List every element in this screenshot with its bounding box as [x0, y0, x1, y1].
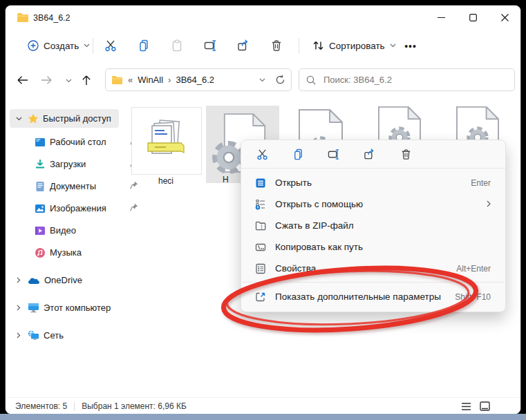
sidebar-item-desktop[interactable]: Рабочий стол [10, 133, 144, 151]
sidebar-item-network[interactable]: Сеть [10, 326, 119, 345]
menu-item-copy-as-path[interactable]: Копировать как путь [245, 236, 502, 258]
copy-icon [292, 149, 304, 160]
toolbar-divider [299, 38, 299, 54]
minimize-button[interactable] [425, 6, 457, 30]
search-icon [306, 75, 316, 85]
menu-item-compress-zip[interactable]: Сжать в ZIP-файл [245, 215, 502, 236]
copy-button[interactable] [288, 144, 308, 164]
search-box[interactable] [299, 68, 515, 91]
sidebar-item-label: Сеть [44, 330, 64, 341]
properties-icon [254, 263, 266, 274]
icons-view-icon[interactable] [480, 401, 490, 411]
file-stack-icon [147, 118, 187, 164]
menu-item-open-with[interactable]: Открыть с помощью [245, 193, 502, 215]
menu-item-open[interactable]: Открыть Enter [245, 172, 502, 193]
folder-icon [111, 75, 123, 85]
star-icon [28, 113, 39, 124]
menu-separator [243, 282, 504, 283]
network-icon [28, 330, 39, 341]
copy-path-icon [254, 242, 266, 253]
search-input[interactable] [322, 74, 491, 86]
menu-item-properties[interactable]: Свойства Alt+Enter [245, 258, 502, 279]
sidebar-item-quick-access[interactable]: Быстрый доступ [10, 109, 119, 128]
sidebar-item-label: Документы [50, 181, 96, 191]
delete-button[interactable] [264, 35, 289, 57]
delete-button[interactable] [395, 144, 416, 164]
sort-arrows-icon [312, 40, 324, 51]
toolbar-divider [93, 38, 93, 54]
chevron-right-icon[interactable] [10, 277, 28, 283]
copy-button[interactable] [131, 35, 156, 57]
sidebar-item-label: Музыка [50, 247, 82, 258]
new-button-label: Создать [44, 41, 79, 51]
file-label[interactable]: heci [131, 176, 200, 186]
sidebar-item-pictures[interactable]: Изображения [10, 199, 144, 218]
sort-button[interactable]: Сортировать [307, 35, 402, 56]
sidebar-item-label: Изображения [50, 203, 106, 213]
share-button[interactable] [359, 144, 380, 164]
menu-item-shortcut: Alt+Enter [456, 264, 491, 274]
file-label: H [223, 175, 229, 184]
breadcrumb-root-glyph[interactable]: « [128, 75, 133, 85]
breadcrumb-item[interactable]: 3B64_6.2 [176, 75, 214, 85]
back-button[interactable] [12, 70, 32, 90]
cut-button[interactable] [252, 144, 272, 164]
recent-locations-button[interactable] [59, 71, 78, 90]
refresh-icon[interactable] [275, 75, 285, 85]
close-button[interactable] [489, 6, 520, 30]
maximize-button[interactable] [457, 6, 489, 30]
sidebar-item-downloads[interactable]: Загрузки [10, 155, 144, 173]
sidebar-item-label: OneDrive [44, 275, 82, 285]
chevron-down-icon[interactable] [10, 117, 28, 121]
rename-icon [204, 39, 217, 52]
paste-button[interactable] [165, 35, 189, 57]
new-button[interactable]: Создать [22, 35, 95, 56]
share-icon [237, 39, 250, 52]
music-icon [35, 247, 46, 258]
scissors-icon [104, 39, 117, 52]
menu-item-label: Открыть с помощью [275, 199, 363, 209]
chevron-right-icon[interactable] [10, 305, 28, 311]
sidebar-item-videos[interactable]: Видео [10, 221, 144, 240]
video-icon [35, 225, 46, 236]
cut-button[interactable] [98, 35, 123, 57]
address-bar[interactable]: « WinAll › 3B64_6.2 [105, 68, 292, 91]
folder-icon [17, 12, 29, 26]
forward-button[interactable] [37, 70, 56, 90]
sidebar-item-music[interactable]: Музыка [10, 243, 144, 262]
menu-item-show-more-options[interactable]: Показать дополнительные параметры Shift+… [245, 285, 502, 308]
sidebar-item-onedrive[interactable]: OneDrive [10, 271, 119, 289]
share-icon [364, 149, 376, 160]
status-bar: Элементов: 5 Выбран 1 элемент: 6,96 КБ [6, 397, 520, 414]
open-icon [254, 178, 266, 189]
scissors-icon [256, 149, 268, 160]
menu-item-label: Свойства [275, 263, 316, 274]
address-dropdown-icon[interactable] [259, 78, 265, 82]
plus-circle-icon [28, 40, 39, 51]
share-button[interactable] [231, 35, 256, 57]
chevron-right-icon[interactable] [10, 332, 28, 338]
open-with-icon [254, 199, 266, 210]
rename-button[interactable] [198, 35, 223, 57]
rename-button[interactable] [323, 144, 344, 164]
chevron-down-icon [84, 44, 90, 48]
document-icon [35, 181, 46, 192]
navigation-pane: Быстрый доступ Рабочий стол Загрузки Док… [6, 97, 123, 397]
menu-item-label: Показать дополнительные параметры [275, 292, 441, 302]
file-tile-heci[interactable] [131, 107, 202, 175]
breadcrumb-item[interactable]: WinAll [138, 75, 163, 85]
menu-item-label: Копировать как путь [275, 242, 363, 252]
up-button[interactable] [77, 70, 96, 90]
sidebar-item-documents[interactable]: Документы [10, 177, 144, 195]
zip-folder-icon [254, 220, 266, 231]
see-more-button[interactable]: ••• [398, 35, 423, 57]
selection-info: Выбран 1 элемент: 6,96 КБ [82, 401, 187, 411]
sidebar-item-this-pc[interactable]: Этот компьютер [10, 298, 119, 317]
item-count: Элементов: 5 [15, 401, 67, 411]
breadcrumb-separator: › [168, 75, 171, 85]
command-bar: Создать Сортировать ••• [6, 31, 520, 61]
details-view-icon[interactable] [461, 402, 471, 411]
desktop-strip [0, 414, 526, 420]
menu-item-shortcut: Shift+F10 [455, 292, 491, 302]
context-menu: Открыть Enter Открыть с помощью Сжать в … [241, 140, 506, 312]
